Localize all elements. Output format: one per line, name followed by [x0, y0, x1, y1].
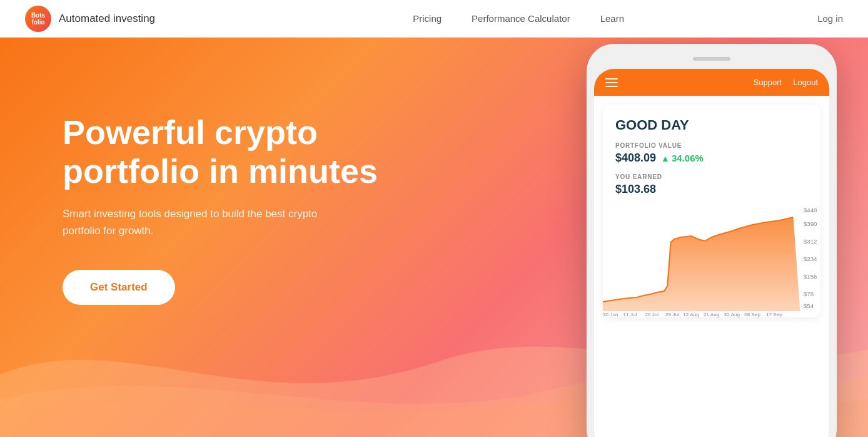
- hero-title: Powerful crypto portfolio in minutes: [63, 113, 438, 190]
- svg-text:12 Aug: 12 Aug: [683, 312, 699, 317]
- hero-section: Powerful crypto portfolio in minutes Sma…: [0, 38, 868, 437]
- svg-text:$390: $390: [804, 220, 817, 227]
- svg-text:$448: $448: [804, 207, 817, 213]
- portfolio-card: GOOD DAY PORTFOLIO VALUE $408.09 ▲ 34.06…: [603, 105, 820, 317]
- chart-svg: $448 $390 $312 $234 $156 $78 $54 30 Jun …: [603, 205, 820, 317]
- phone-notch: [594, 51, 829, 66]
- earned-label: YOU EARNED: [615, 173, 808, 180]
- hamburger-icon: [605, 78, 618, 87]
- portfolio-change-percent: 34.06%: [672, 153, 704, 163]
- portfolio-chart: $448 $390 $312 $234 $156 $78 $54 30 Jun …: [603, 205, 820, 317]
- phone-mockup: Support Logout GOOD DAY PORTFOLIO VALUE …: [587, 44, 849, 437]
- brand-label: Automated investing: [59, 13, 155, 25]
- svg-text:$234: $234: [804, 255, 817, 262]
- hero-subtitle: Smart investing tools designed to build …: [63, 205, 344, 239]
- svg-text:30 Jun: 30 Jun: [603, 312, 618, 317]
- nav-item-performance-calculator[interactable]: Performance Calculator: [472, 13, 570, 24]
- svg-text:$54: $54: [804, 302, 814, 309]
- svg-text:$156: $156: [804, 273, 817, 280]
- portfolio-change: ▲ 34.06%: [661, 153, 704, 163]
- phone-support-link[interactable]: Support: [754, 78, 782, 87]
- svg-text:08 Sep: 08 Sep: [744, 312, 761, 317]
- portfolio-value-row: $408.09 ▲ 34.06%: [615, 152, 808, 165]
- nav-item-learn[interactable]: Learn: [600, 13, 624, 24]
- logo-area: Botsfolio Automated investing: [25, 6, 155, 32]
- get-started-button[interactable]: Get Started: [63, 270, 175, 305]
- greeting-text: GOOD DAY: [615, 117, 808, 133]
- svg-text:17 Sep: 17 Sep: [766, 312, 783, 317]
- header: Botsfolio Automated investing Pricing Pe…: [0, 0, 868, 38]
- nav-item-pricing[interactable]: Pricing: [413, 13, 442, 24]
- svg-text:30 Aug: 30 Aug: [724, 312, 740, 317]
- phone-screen: Support Logout GOOD DAY PORTFOLIO VALUE …: [594, 69, 829, 437]
- arrow-up-icon: ▲: [661, 153, 670, 163]
- svg-text:11 Jul: 11 Jul: [623, 312, 637, 317]
- svg-text:20 Jul: 20 Jul: [645, 312, 659, 317]
- phone-speaker: [693, 57, 730, 61]
- svg-text:$78: $78: [804, 290, 814, 297]
- main-nav: Pricing Performance Calculator Learn: [413, 13, 624, 24]
- portfolio-value-label: PORTFOLIO VALUE: [615, 142, 808, 149]
- portfolio-value-amount: $408.09: [615, 152, 656, 165]
- svg-text:21 Aug: 21 Aug: [704, 312, 719, 317]
- login-button[interactable]: Log in: [817, 13, 843, 24]
- earned-value: $103.68: [615, 183, 808, 196]
- phone-outer: Support Logout GOOD DAY PORTFOLIO VALUE …: [587, 44, 837, 437]
- phone-app-header: Support Logout: [594, 69, 829, 96]
- phone-logout-link[interactable]: Logout: [793, 78, 818, 87]
- logo-icon: Botsfolio: [25, 6, 51, 32]
- phone-nav-links: Support Logout: [754, 78, 818, 87]
- hero-content: Powerful crypto portfolio in minutes Sma…: [63, 113, 438, 305]
- svg-text:$312: $312: [804, 238, 817, 245]
- svg-text:29 Jul: 29 Jul: [665, 312, 679, 317]
